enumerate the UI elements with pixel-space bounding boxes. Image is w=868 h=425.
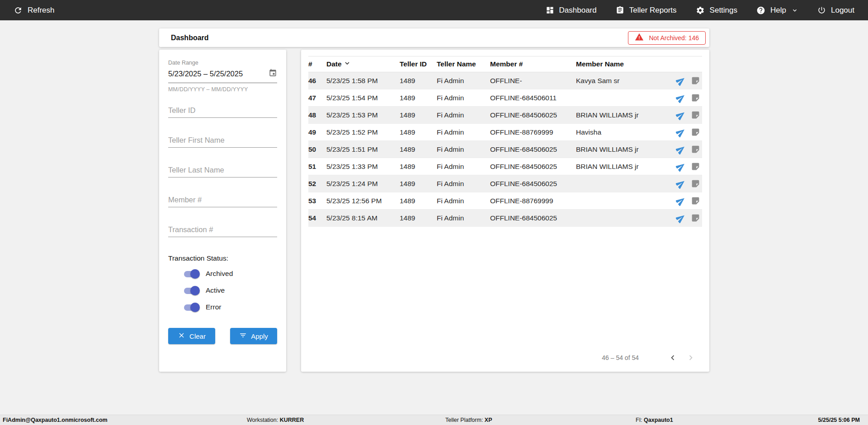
row-date: 5/23/25 1:54 PM (326, 94, 400, 102)
nav-item-logout[interactable]: Logout (817, 6, 854, 15)
send-icon[interactable] (676, 162, 686, 172)
nav-item-label: Dashboard (559, 6, 597, 15)
send-icon[interactable] (676, 196, 686, 206)
filter-panel: Date Range 5/23/2025 – 5/25/2025 MM/DD/Y… (159, 50, 286, 372)
row-teller-id: 1489 (400, 111, 437, 119)
column-header-teller-name: Teller Name (437, 60, 490, 68)
page-title: Dashboard (171, 34, 209, 42)
calendar-icon[interactable] (269, 69, 277, 79)
row-actions (659, 179, 702, 189)
table-row[interactable]: 525/23/25 1:24 PM1489Fi AdminOFFLINE-684… (308, 175, 702, 192)
row-member-number: OFFLINE-684506025 (490, 163, 576, 171)
send-icon[interactable] (676, 110, 686, 120)
note-icon[interactable] (691, 213, 700, 223)
apply-button-label: Apply (251, 332, 268, 340)
row-actions (659, 110, 702, 120)
table-row[interactable]: 505/23/25 1:51 PM1489Fi AdminOFFLINE-684… (308, 141, 702, 158)
status-datetime: 5/25/25 5:06 PM (818, 417, 860, 423)
member-number-input[interactable] (168, 194, 277, 207)
row-date: 5/23/25 1:58 PM (326, 77, 400, 85)
date-range-field[interactable]: 5/23/2025 – 5/25/2025 (168, 66, 277, 83)
error-toggle[interactable] (183, 303, 200, 312)
page-header-card: Dashboard Not Archived: 146 (159, 28, 709, 47)
nav-item-teller-reports[interactable]: Teller Reports (616, 6, 677, 15)
row-member-number: OFFLINE-88769999 (490, 197, 576, 205)
nav-item-label: Teller Reports (629, 6, 677, 15)
table-header-row: # Date Teller ID Teller Name Member # Me… (308, 56, 702, 72)
active-toggle[interactable] (183, 286, 200, 295)
table-row[interactable]: 465/23/25 1:58 PM1489Fi AdminOFFLINE-Kav… (308, 72, 702, 89)
column-header-member-name: Member Name (576, 60, 659, 68)
table-row[interactable]: 495/23/25 1:52 PM1489Fi AdminOFFLINE-887… (308, 124, 702, 141)
transaction-status-label: Transaction Status: (168, 254, 277, 262)
row-teller-id: 1489 (400, 77, 437, 85)
not-archived-badge: Not Archived: 146 (628, 31, 706, 45)
column-header-teller-id: Teller ID (400, 60, 437, 68)
row-date: 5/23/25 1:24 PM (326, 180, 400, 188)
table-row[interactable]: 515/23/25 1:33 PM1489Fi AdminOFFLINE-684… (308, 158, 702, 175)
not-archived-label: Not Archived: 146 (649, 34, 699, 42)
table-body: 465/23/25 1:58 PM1489Fi AdminOFFLINE-Kav… (308, 72, 702, 227)
nav-item-settings[interactable]: Settings (696, 6, 737, 15)
previous-page-button[interactable] (668, 353, 678, 363)
row-date: 5/23/25 1:53 PM (326, 111, 400, 119)
next-page-button[interactable] (686, 353, 696, 363)
table-row[interactable]: 485/23/25 1:53 PM1489Fi AdminOFFLINE-684… (308, 107, 702, 124)
transaction-number-input[interactable] (168, 224, 277, 237)
table-row[interactable]: 475/23/25 1:54 PM1489Fi AdminOFFLINE-684… (308, 89, 702, 107)
row-date: 5/23/25 1:33 PM (326, 163, 400, 171)
note-icon[interactable] (691, 145, 700, 154)
row-actions (659, 76, 702, 86)
row-teller-name: Fi Admin (437, 77, 490, 85)
table-row[interactable]: 545/23/25 8:15 AM1489Fi AdminOFFLINE-684… (308, 210, 702, 227)
reports-icon (616, 6, 624, 14)
send-icon[interactable] (676, 127, 686, 137)
table-row[interactable]: 535/23/25 12:56 PM1489Fi AdminOFFLINE-88… (308, 192, 702, 210)
row-actions (659, 127, 702, 137)
archived-toggle[interactable] (183, 269, 200, 279)
send-icon[interactable] (676, 179, 686, 189)
row-member-name: BRIAN WILLIAMS jr (576, 145, 659, 154)
note-icon[interactable] (691, 110, 700, 120)
close-icon (178, 332, 185, 341)
date-range-helper: MM/DD/YYYY – MM/DD/YYYY (168, 86, 277, 93)
row-member-number: OFFLINE-684506025 (490, 214, 576, 222)
status-bar: FiAdmin@Qaxpauto1.onmicrosoft.com Workst… (0, 415, 868, 425)
nav-item-help[interactable]: Help (756, 6, 798, 15)
note-icon[interactable] (691, 162, 700, 171)
row-teller-name: Fi Admin (437, 214, 490, 222)
date-range-value: 5/23/2025 – 5/25/2025 (168, 70, 243, 78)
row-actions (659, 196, 702, 206)
note-icon[interactable] (691, 127, 700, 137)
teller-id-input[interactable] (168, 104, 277, 118)
send-icon[interactable] (676, 76, 686, 86)
row-member-number: OFFLINE-684506011 (490, 94, 576, 102)
row-member-name: Havisha (576, 128, 659, 136)
send-icon[interactable] (676, 145, 686, 154)
toggle-row-active: Active (168, 285, 277, 296)
note-icon[interactable] (691, 196, 700, 205)
row-member-number: OFFLINE-684506025 (490, 180, 576, 188)
send-icon[interactable] (676, 93, 686, 103)
teller-first-name-input[interactable] (168, 134, 277, 148)
active-toggle-label: Active (206, 286, 225, 294)
note-icon[interactable] (691, 93, 700, 103)
refresh-button[interactable]: Refresh (14, 6, 55, 15)
status-teller-platform: Teller Platform: XP (445, 417, 492, 423)
row-number: 51 (308, 163, 326, 171)
column-header-date[interactable]: Date (326, 59, 400, 69)
row-teller-name: Fi Admin (437, 94, 490, 102)
clear-button[interactable]: Clear (168, 328, 215, 344)
row-number: 54 (308, 214, 326, 222)
send-icon[interactable] (676, 213, 686, 223)
nav-item-label: Settings (710, 6, 737, 15)
row-date: 5/23/25 12:56 PM (326, 197, 400, 205)
note-icon[interactable] (691, 76, 700, 85)
teller-last-name-input[interactable] (168, 164, 277, 177)
nav-item-dashboard[interactable]: Dashboard (546, 6, 597, 15)
row-actions (659, 162, 702, 172)
apply-button[interactable]: Apply (230, 328, 277, 344)
note-icon[interactable] (691, 179, 700, 188)
transactions-panel: # Date Teller ID Teller Name Member # Me… (301, 50, 709, 372)
chevron-down-icon (791, 7, 798, 14)
